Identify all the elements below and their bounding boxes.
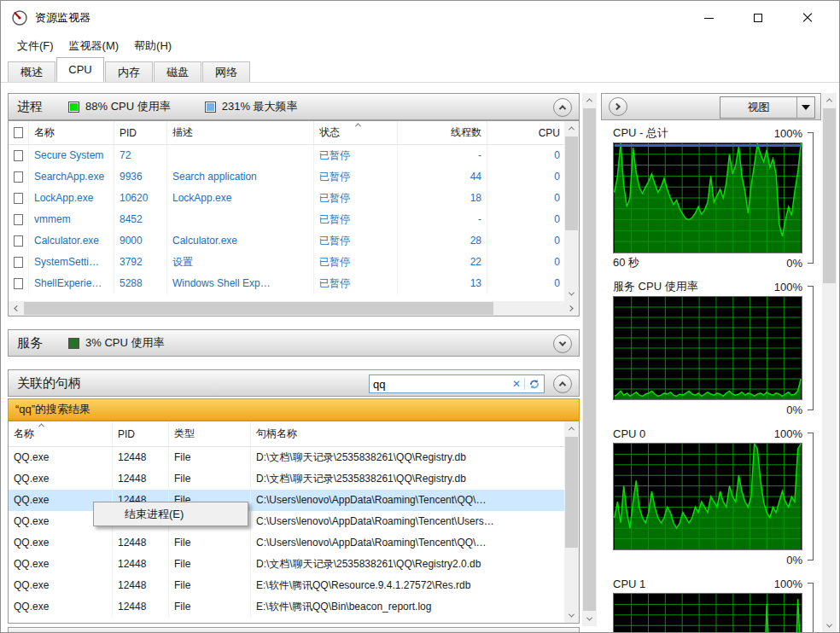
graph-block-CPU 0: CPU 0100%0% [601,421,821,571]
processes-table: 名称 PID 描述 状态 线程数 CPU Secure System72已暂停-… [8,120,580,316]
row-checkbox-cell[interactable] [9,166,29,188]
scroll-up-button[interactable] [822,93,837,107]
processes-vscrollbar[interactable] [564,121,579,301]
row-checkbox-cell[interactable] [9,145,29,166]
close-button[interactable] [783,1,832,35]
column-header-threads[interactable]: 线程数 [398,121,487,144]
scroll-up-button[interactable] [582,93,597,107]
handle-path: D:\文档\聊天记录\2535838261\QQ\Registry.db [251,447,579,468]
minimize-button[interactable] [684,1,733,35]
table-row[interactable]: QQ.exe12448FileD:\文档\聊天记录\2535838261\QQ\… [9,468,579,490]
processes-collapse-button[interactable] [553,98,572,117]
graph-header: 服务 CPU 使用率100% [613,277,802,296]
table-row[interactable]: Secure System72已暂停-0 [9,145,579,166]
handle-path: D:\文档\聊天记录\2535838261\QQ\Registry.db [251,468,579,490]
scroll-thumb[interactable] [583,108,596,611]
chevron-right-icon [613,103,620,110]
handles-collapse-button[interactable] [553,375,572,393]
table-row[interactable]: QQ.exe12448FileD:\文档\聊天记录\2535838261\QQ\… [9,554,579,575]
table-row[interactable]: QQ.exe12448FileE:\软件\腾讯QQ\Resource.9.4.1… [9,575,579,596]
row-checkbox-cell[interactable] [9,230,29,252]
graph-block-服务 CPU 使用率: 服务 CPU 使用率100%0% [601,274,821,421]
column-header-pid[interactable]: PID [113,421,169,446]
graph-max-label: 100% [774,281,802,293]
scroll-right-button[interactable] [564,301,579,316]
handles-table-header: 名称 PID 类型 句柄名称 [9,421,579,447]
scroll-up-button[interactable] [564,421,579,436]
column-header-pid[interactable]: PID [114,121,167,144]
table-row[interactable]: Calculator.exe9000Calculator.exe已暂停280 [9,230,579,252]
select-all-checkbox-cell[interactable] [9,121,29,144]
menu-item[interactable]: 文件(F) [9,36,61,56]
window-title: 资源监视器 [35,10,90,26]
handle-type: File [169,575,251,596]
tab-磁盘[interactable]: 磁盘 [154,61,201,82]
dropdown-arrow[interactable] [797,105,814,110]
handle-pid: 12448 [113,532,169,554]
process-desc: LockApp.exe [167,188,314,209]
scroll-left-button[interactable] [9,301,23,316]
table-row[interactable]: QQ.exe12448FileE:\软件\腾讯QQ\Bin\beacon_rep… [9,596,579,618]
row-checkbox-cell[interactable] [9,209,29,230]
process-threads: - [398,145,487,166]
column-header-cpu[interactable]: CPU [487,121,566,144]
row-checkbox-cell[interactable] [9,273,29,294]
graph-max-label: 100% [774,127,802,140]
legend-color-chip [68,102,79,113]
process-threads: 28 [398,230,487,252]
maximize-button[interactable] [733,1,783,35]
processes-hscrollbar[interactable] [9,301,579,316]
column-header-type[interactable]: 类型 [169,421,251,446]
table-row[interactable]: SystemSetti…3792设置已暂停220 [9,252,579,273]
handles-section-header[interactable]: 关联的句柄 ✕ [8,369,580,397]
scroll-thumb[interactable] [565,437,578,548]
tab-概述[interactable]: 概述 [8,61,55,82]
scroll-thumb[interactable] [565,136,578,230]
menu-item[interactable]: 帮助(H) [126,36,179,56]
column-header-name[interactable]: 名称 [29,121,114,144]
services-section-header[interactable]: 服务 3% CPU 使用率 [8,329,580,357]
table-row[interactable]: SearchApp.exe9936Search application已暂停44… [9,166,579,188]
scroll-up-button[interactable] [564,121,579,136]
processes-section-header[interactable]: 进程 88% CPU 使用率231% 最大频率 [8,93,580,120]
scroll-down-button[interactable] [822,618,837,633]
column-header-status[interactable]: 状态 [314,121,398,144]
tab-网络[interactable]: 网络 [202,61,250,82]
scroll-down-button[interactable] [564,287,579,301]
table-row[interactable]: LockApp.exe10620LockApp.exe已暂停180 [9,188,579,209]
services-expand-button[interactable] [553,334,572,353]
handles-vscrollbar[interactable] [564,421,579,623]
panel-collapse-button[interactable] [609,97,627,116]
process-desc: Windows Shell Exp… [167,273,314,294]
row-checkbox-cell[interactable] [9,252,29,273]
table-row[interactable]: QQ.exe12448FileD:\文档\聊天记录\2535838261\QQ\… [9,447,579,468]
checkbox-icon [14,214,23,225]
view-dropdown-button[interactable]: 视图 [720,96,815,119]
clear-search-icon[interactable]: ✕ [509,378,525,390]
scroll-thumb[interactable] [24,302,493,315]
tab-CPU[interactable]: CPU [56,57,104,82]
search-input[interactable] [370,378,509,391]
process-pid: 8452 [114,209,167,230]
graph-scale-bracket [808,583,814,633]
table-row[interactable]: ShellExperie…5288Windows Shell Exp…已暂停13… [9,273,579,294]
refresh-icon[interactable] [525,378,544,390]
tab-内存[interactable]: 内存 [105,61,153,82]
scroll-down-button[interactable] [582,612,597,626]
context-menu-item-end-process[interactable]: 结束进程(E) [94,502,248,526]
column-header-name[interactable]: 名称 [9,421,113,446]
table-row[interactable]: vmmem8452已暂停-0 [9,209,579,230]
process-desc [167,145,314,166]
scroll-thumb[interactable] [823,108,836,283]
graphs-panel-vscrollbar[interactable] [822,93,837,633]
column-header-path[interactable]: 句柄名称 [251,421,564,446]
process-name: SystemSetti… [29,252,114,273]
table-row[interactable]: QQ.exe12448FileC:\Users\lenovo\AppData\R… [9,532,579,554]
scroll-down-button[interactable] [564,608,579,623]
row-checkbox-cell[interactable] [9,188,29,209]
process-name: ShellExperie… [29,273,114,294]
menu-item[interactable]: 监视器(M) [61,36,127,56]
process-status: 已暂停 [314,273,398,294]
left-pane-vscrollbar[interactable] [582,93,597,626]
column-header-desc[interactable]: 描述 [167,121,314,144]
